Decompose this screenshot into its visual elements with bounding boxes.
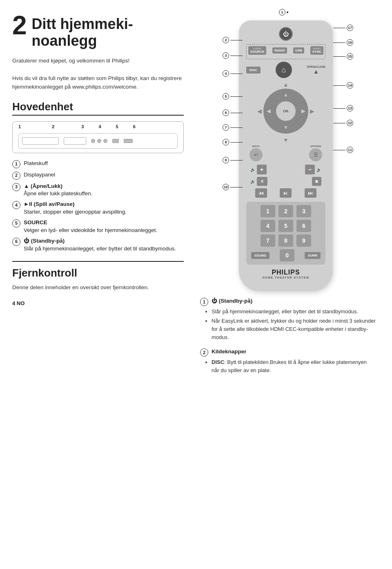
home-button[interactable]: ⌂ — [276, 62, 292, 78]
vol-minus-btn[interactable]: − — [305, 165, 315, 174]
nav-up-outer: ▲ — [283, 81, 289, 88]
num-btn-3[interactable]: 3 — [296, 205, 311, 217]
volume-row: 🔊 + − 🔉 — [246, 165, 325, 174]
back-options-row: BACK ↩ OPTIONS ☰ — [246, 145, 325, 161]
num-btn-9[interactable]: 9 — [296, 234, 311, 247]
nav-left-outer: ◀ — [257, 108, 262, 114]
callout-17: 17 — [333, 25, 353, 31]
desc-bullets-1: Slår på hjemmekinoanlegget, eller bytter… — [200, 308, 376, 342]
callout-15: 15 — [333, 53, 353, 60]
mute-button[interactable]: ✕ — [257, 177, 267, 186]
philips-brand: PHILIPS — [246, 269, 325, 276]
callout-11: 11 — [333, 147, 353, 153]
back-label: BACK — [249, 145, 263, 147]
small-btn-sq-2 — [124, 139, 133, 143]
vol-plus-area: 🔊 + — [250, 165, 267, 174]
up-arrow-area: ▲ — [246, 81, 325, 88]
callout-6: 6 — [223, 109, 243, 116]
chapter-title: Ditt hjemmeki-noanlegg — [32, 12, 133, 49]
num-btn-5[interactable]: 5 — [278, 220, 293, 232]
intro-line2: Hvis du vil dra full nytte av støtten so… — [12, 74, 184, 91]
options-label: OPTIONS — [309, 145, 322, 147]
callout-9: 9 — [223, 157, 243, 163]
component-list: 1 Plateskuff 2 Displaypanel 3 ▲ (Åpne/Lu… — [12, 160, 184, 253]
power-button[interactable]: ⏻ — [279, 27, 293, 41]
num-btn-7[interactable]: 7 — [261, 234, 275, 247]
device-diagram: 1 2 3 4 5 6 — [12, 121, 184, 153]
vol-plus-btn[interactable]: + — [257, 165, 267, 174]
radio-btn[interactable]: RADIO — [272, 47, 287, 54]
num-btn-8[interactable]: 8 — [278, 234, 293, 247]
small-btn-2 — [97, 139, 101, 143]
small-btn-sq — [112, 139, 119, 143]
component-item-4: 4 ►II (Spill av/Pause) Starter, stopper … — [12, 201, 184, 216]
usb-btn[interactable]: USB — [293, 47, 304, 54]
desc-circle-2: 2 — [200, 348, 208, 357]
desc-item-2: 2 Kildeknapper DISC: Bytt til platekilde… — [200, 348, 376, 375]
desc-bullet-1-2: Når EasyLink er aktivert, trykker du og … — [212, 317, 376, 341]
nav-right-outer: ▶ — [310, 108, 314, 114]
nav-ok-button[interactable]: OK — [276, 101, 296, 121]
eject-icon[interactable]: ▲ — [307, 68, 325, 75]
component-item-2: 2 Displaypanel — [12, 171, 184, 180]
mute-stop-row: 🔊 ✕ ■ — [246, 177, 325, 186]
component-label-1: Plateskuff — [24, 160, 48, 167]
num-btn-1[interactable]: 1 — [261, 205, 275, 217]
source-dashed-box: AUDIO SOURCE RADIO USB AUDIO SYNC — [246, 44, 325, 59]
numpad-row-3: 7 8 9 — [250, 234, 321, 247]
desc-bullets-2: DISC: Bytt til platekilden.Brukes til å … — [200, 358, 376, 375]
small-btn-3 — [103, 139, 107, 143]
open-close-area: OPEN/CLOSE ▲ — [307, 65, 325, 75]
num-btn-0[interactable]: 0 — [280, 249, 294, 261]
nav-arrow-down: ▼ — [283, 125, 288, 130]
device-num-1: 1 — [18, 124, 21, 129]
open-close-label: OPEN/CLOSE — [307, 65, 325, 68]
device-num-3: 3 — [81, 124, 84, 129]
nav-arrow-up: ▲ — [283, 92, 288, 98]
nav-ring: ▲ ▼ ◀ ▶ OK — [263, 89, 308, 134]
disc-home-row: DISC ⌂ OPEN/CLOSE ▲ — [246, 62, 325, 78]
numpad: 1 2 3 4 5 6 7 8 9 — [246, 202, 325, 265]
component-item-6: 6 ⏻ (Standby-på) Slår på hjemmekinoanleg… — [12, 237, 184, 253]
callout-13: 13 — [333, 105, 353, 112]
component-label-6: ⏻ (Standby-på) Slår på hjemmekinoanlegge… — [24, 237, 176, 253]
down-arrow-area: ▼ — [246, 137, 325, 143]
desc-title-2: Kildeknapper — [212, 348, 247, 355]
device-num-6: 6 — [133, 124, 136, 129]
audio-source-btn[interactable]: AUDIO SOURCE — [248, 46, 266, 55]
back-button[interactable]: ↩ — [249, 148, 263, 161]
callout-7: 7 — [223, 124, 243, 131]
callout-12: 12 — [333, 120, 353, 126]
surr-button[interactable]: SURR — [305, 252, 321, 259]
power-row: ⏻ — [246, 27, 325, 41]
remote-body: ⏻ AUDIO SOURCE RADIO USB AUDIO — [239, 20, 333, 291]
component-item-1: 1 Plateskuff — [12, 160, 184, 168]
prev-button[interactable]: ⏮ — [255, 188, 267, 198]
section-title-device: Hovedenhet — [12, 100, 184, 116]
chapter-number: 2 — [12, 12, 27, 38]
sound-button[interactable]: SOUND — [251, 252, 270, 259]
stop-button[interactable]: ■ — [312, 177, 321, 186]
philips-sub: HOME THEATER SYSTEM — [246, 276, 325, 279]
nav-ring-container: ◀ ▲ ▼ ◀ ▶ OK ▶ — [246, 89, 325, 134]
callout-16: 16 — [333, 39, 353, 46]
play-pause-button[interactable]: ⏯ — [280, 188, 292, 198]
num-btn-2[interactable]: 2 — [278, 205, 293, 217]
source-row: AUDIO SOURCE RADIO USB AUDIO SYNC — [248, 46, 323, 55]
num-btn-6[interactable]: 6 — [296, 220, 311, 232]
next-button[interactable]: ⏭ — [305, 188, 316, 198]
callout-2: 2 — [223, 37, 243, 43]
num-btn-4[interactable]: 4 — [261, 220, 275, 232]
audio-sync-btn[interactable]: AUDIO SYNC — [310, 46, 323, 55]
desc-item-1: 1 ⏻ (Standby-på) Slår på hjemmekinoanleg… — [200, 298, 376, 342]
callout-4: 4 — [223, 70, 243, 77]
options-button[interactable]: ☰ — [309, 148, 322, 161]
desc-bullet-1-1: Slår på hjemmekinoanlegget, eller bytter… — [212, 308, 376, 316]
callout-labels-left: 2 3 4 5 6 — [223, 37, 243, 190]
component-label-2: Displaypanel — [24, 171, 55, 179]
component-label-3: ▲ (Åpne/Lukk) Åpne eller lukk plateskuff… — [24, 183, 93, 198]
disc-slot — [22, 137, 59, 145]
desc-title-1: ⏻ (Standby-på) — [212, 298, 252, 304]
disc-btn[interactable]: DISC — [246, 67, 261, 74]
device-body — [18, 133, 178, 149]
